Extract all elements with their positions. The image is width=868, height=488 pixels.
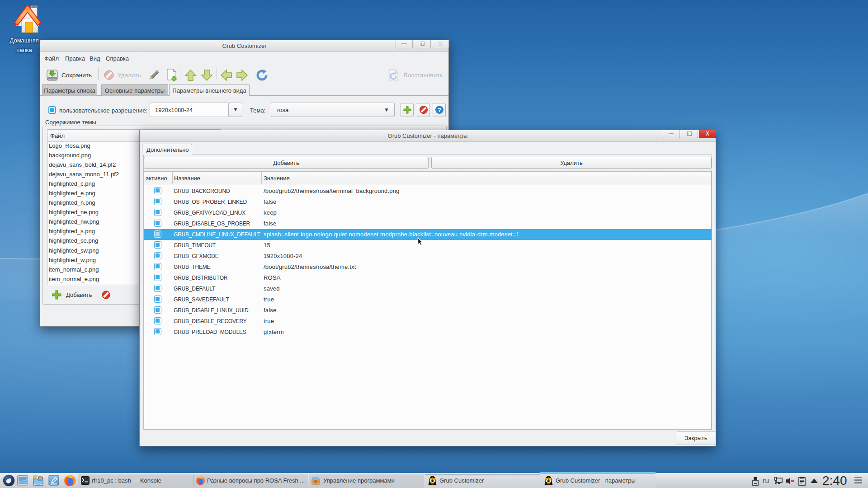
svg-text:?: ? (438, 107, 441, 113)
